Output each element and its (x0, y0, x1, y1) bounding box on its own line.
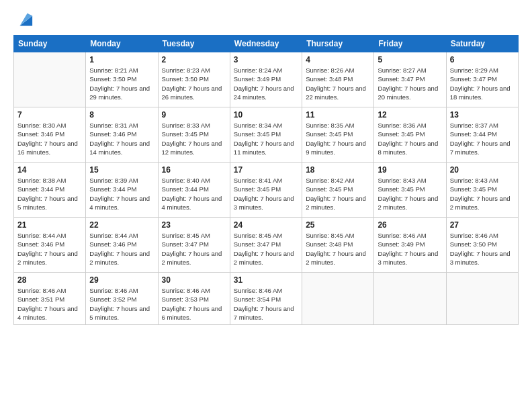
calendar-table: SundayMondayTuesdayWednesdayThursdayFrid… (13, 35, 519, 325)
day-cell: 15Sunrise: 8:39 AM Sunset: 3:44 PM Dayli… (86, 163, 158, 218)
day-info: Sunrise: 8:46 AM Sunset: 3:50 PM Dayligh… (450, 231, 515, 267)
weekday-sunday: Sunday (14, 36, 86, 52)
day-number: 26 (378, 220, 442, 230)
weekday-friday: Friday (374, 36, 446, 52)
day-number: 20 (450, 165, 515, 175)
week-row-3: 14Sunrise: 8:38 AM Sunset: 3:44 PM Dayli… (14, 163, 519, 218)
day-cell: 5Sunrise: 8:27 AM Sunset: 3:47 PM Daylig… (374, 52, 446, 107)
day-number: 22 (89, 220, 154, 230)
day-number: 2 (162, 55, 226, 64)
day-number: 1 (89, 55, 154, 64)
day-cell: 12Sunrise: 8:36 AM Sunset: 3:45 PM Dayli… (374, 107, 446, 163)
day-info: Sunrise: 8:27 AM Sunset: 3:47 PM Dayligh… (378, 66, 442, 101)
day-info: Sunrise: 8:35 AM Sunset: 3:45 PM Dayligh… (306, 121, 370, 156)
day-cell (374, 273, 446, 325)
day-cell: 4Sunrise: 8:26 AM Sunset: 3:48 PM Daylig… (302, 52, 374, 107)
day-number: 4 (306, 55, 370, 64)
logo-icon (15, 11, 34, 30)
day-info: Sunrise: 8:43 AM Sunset: 3:45 PM Dayligh… (378, 176, 442, 212)
day-info: Sunrise: 8:29 AM Sunset: 3:47 PM Dayligh… (450, 66, 515, 101)
day-number: 17 (234, 165, 298, 175)
week-row-5: 28Sunrise: 8:46 AM Sunset: 3:51 PM Dayli… (14, 273, 519, 325)
day-number: 30 (162, 275, 226, 285)
day-number: 11 (306, 110, 370, 120)
day-number: 31 (234, 275, 298, 285)
day-number: 29 (89, 275, 154, 285)
day-info: Sunrise: 8:44 AM Sunset: 3:46 PM Dayligh… (89, 231, 154, 267)
week-row-2: 7Sunrise: 8:30 AM Sunset: 3:46 PM Daylig… (14, 107, 519, 163)
calendar-page: SundayMondayTuesdayWednesdayThursdayFrid… (0, 0, 532, 411)
day-cell: 17Sunrise: 8:41 AM Sunset: 3:45 PM Dayli… (230, 163, 302, 218)
week-row-4: 21Sunrise: 8:44 AM Sunset: 3:46 PM Dayli… (14, 218, 519, 273)
day-info: Sunrise: 8:37 AM Sunset: 3:44 PM Dayligh… (450, 121, 515, 156)
day-number: 5 (378, 55, 442, 64)
day-number: 18 (306, 165, 370, 175)
day-cell: 18Sunrise: 8:42 AM Sunset: 3:45 PM Dayli… (302, 163, 374, 218)
day-number: 6 (450, 55, 515, 64)
day-info: Sunrise: 8:46 AM Sunset: 3:52 PM Dayligh… (89, 286, 154, 322)
weekday-thursday: Thursday (302, 36, 374, 52)
day-info: Sunrise: 8:46 AM Sunset: 3:54 PM Dayligh… (234, 286, 298, 322)
day-cell (302, 273, 374, 325)
weekday-monday: Monday (86, 36, 158, 52)
day-cell: 16Sunrise: 8:40 AM Sunset: 3:44 PM Dayli… (158, 163, 230, 218)
day-info: Sunrise: 8:21 AM Sunset: 3:50 PM Dayligh… (89, 66, 154, 101)
day-cell: 28Sunrise: 8:46 AM Sunset: 3:51 PM Dayli… (14, 273, 86, 325)
day-number: 24 (234, 220, 298, 230)
day-number: 25 (306, 220, 370, 230)
day-info: Sunrise: 8:31 AM Sunset: 3:46 PM Dayligh… (89, 121, 154, 156)
day-cell: 1Sunrise: 8:21 AM Sunset: 3:50 PM Daylig… (86, 52, 158, 107)
day-number: 3 (234, 55, 298, 64)
day-info: Sunrise: 8:44 AM Sunset: 3:46 PM Dayligh… (17, 231, 82, 267)
day-number: 16 (162, 165, 226, 175)
day-number: 15 (89, 165, 154, 175)
day-cell: 27Sunrise: 8:46 AM Sunset: 3:50 PM Dayli… (446, 218, 518, 273)
day-info: Sunrise: 8:45 AM Sunset: 3:47 PM Dayligh… (162, 231, 226, 267)
weekday-tuesday: Tuesday (158, 36, 230, 52)
day-cell: 2Sunrise: 8:23 AM Sunset: 3:50 PM Daylig… (158, 52, 230, 107)
day-number: 28 (17, 275, 82, 285)
day-cell: 19Sunrise: 8:43 AM Sunset: 3:45 PM Dayli… (374, 163, 446, 218)
day-cell: 13Sunrise: 8:37 AM Sunset: 3:44 PM Dayli… (446, 107, 518, 163)
day-cell: 21Sunrise: 8:44 AM Sunset: 3:46 PM Dayli… (14, 218, 86, 273)
day-number: 23 (162, 220, 226, 230)
day-info: Sunrise: 8:43 AM Sunset: 3:45 PM Dayligh… (450, 176, 515, 212)
day-info: Sunrise: 8:45 AM Sunset: 3:48 PM Dayligh… (306, 231, 370, 267)
day-number: 7 (17, 110, 82, 120)
day-cell: 29Sunrise: 8:46 AM Sunset: 3:52 PM Dayli… (86, 273, 158, 325)
day-info: Sunrise: 8:26 AM Sunset: 3:48 PM Dayligh… (306, 66, 370, 101)
day-info: Sunrise: 8:24 AM Sunset: 3:49 PM Dayligh… (234, 66, 298, 101)
day-cell (14, 52, 86, 107)
weekday-saturday: Saturday (446, 36, 518, 52)
day-cell: 10Sunrise: 8:34 AM Sunset: 3:45 PM Dayli… (230, 107, 302, 163)
day-info: Sunrise: 8:34 AM Sunset: 3:45 PM Dayligh… (234, 121, 298, 156)
week-row-1: 1Sunrise: 8:21 AM Sunset: 3:50 PM Daylig… (14, 52, 519, 107)
day-cell: 14Sunrise: 8:38 AM Sunset: 3:44 PM Dayli… (14, 163, 86, 218)
day-cell: 9Sunrise: 8:33 AM Sunset: 3:45 PM Daylig… (158, 107, 230, 163)
day-cell: 7Sunrise: 8:30 AM Sunset: 3:46 PM Daylig… (14, 107, 86, 163)
day-cell: 31Sunrise: 8:46 AM Sunset: 3:54 PM Dayli… (230, 273, 302, 325)
day-info: Sunrise: 8:41 AM Sunset: 3:45 PM Dayligh… (234, 176, 298, 212)
day-info: Sunrise: 8:33 AM Sunset: 3:45 PM Dayligh… (162, 121, 226, 156)
day-cell: 24Sunrise: 8:45 AM Sunset: 3:47 PM Dayli… (230, 218, 302, 273)
day-cell: 25Sunrise: 8:45 AM Sunset: 3:48 PM Dayli… (302, 218, 374, 273)
day-number: 21 (17, 220, 82, 230)
day-number: 19 (378, 165, 442, 175)
day-cell: 3Sunrise: 8:24 AM Sunset: 3:49 PM Daylig… (230, 52, 302, 107)
day-info: Sunrise: 8:46 AM Sunset: 3:53 PM Dayligh… (162, 286, 226, 322)
day-cell: 20Sunrise: 8:43 AM Sunset: 3:45 PM Dayli… (446, 163, 518, 218)
day-number: 8 (89, 110, 154, 120)
header (13, 11, 519, 30)
day-number: 10 (234, 110, 298, 120)
day-cell: 6Sunrise: 8:29 AM Sunset: 3:47 PM Daylig… (446, 52, 518, 107)
weekday-wednesday: Wednesday (230, 36, 302, 52)
day-number: 12 (378, 110, 442, 120)
day-cell: 11Sunrise: 8:35 AM Sunset: 3:45 PM Dayli… (302, 107, 374, 163)
day-info: Sunrise: 8:23 AM Sunset: 3:50 PM Dayligh… (162, 66, 226, 101)
day-cell: 26Sunrise: 8:46 AM Sunset: 3:49 PM Dayli… (374, 218, 446, 273)
day-info: Sunrise: 8:45 AM Sunset: 3:47 PM Dayligh… (234, 231, 298, 267)
day-cell (446, 273, 518, 325)
day-number: 27 (450, 220, 515, 230)
day-info: Sunrise: 8:38 AM Sunset: 3:44 PM Dayligh… (17, 176, 82, 212)
day-number: 9 (162, 110, 226, 120)
